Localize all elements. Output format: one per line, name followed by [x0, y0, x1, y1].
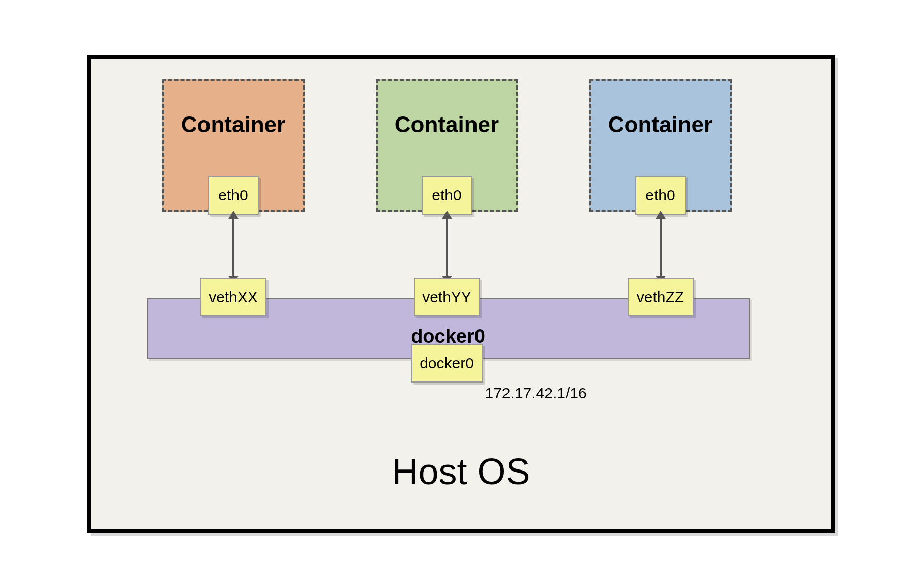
veth-interface-1: vethXX	[200, 278, 266, 316]
eth-label: eth0	[218, 187, 248, 204]
veth-interface-2: vethYY	[414, 278, 480, 316]
veth-interface-3: vethZZ	[628, 278, 694, 316]
veth-label: vethZZ	[637, 288, 684, 306]
host-os-label: Host OS	[91, 451, 831, 492]
double-arrow-icon	[660, 217, 662, 278]
docker0-interface: docker0	[411, 344, 483, 383]
eth-label: eth0	[432, 187, 461, 204]
eth0-interface-3: eth0	[635, 176, 686, 215]
host-os-box: Container Container Container docker0 et…	[87, 55, 835, 533]
bridge-ip-label: 172.17.42.1/16	[485, 385, 587, 402]
double-arrow-icon	[446, 217, 448, 278]
docker0-interface-label: docker0	[420, 355, 474, 372]
veth-label: vethYY	[422, 288, 471, 306]
container-title: Container	[395, 112, 499, 137]
eth0-interface-2: eth0	[422, 176, 472, 215]
container-title: Container	[181, 112, 285, 137]
container-title: Container	[608, 112, 712, 137]
double-arrow-icon	[232, 217, 234, 278]
veth-label: vethXX	[209, 288, 258, 306]
eth0-interface-1: eth0	[208, 176, 259, 215]
eth-label: eth0	[645, 187, 675, 204]
